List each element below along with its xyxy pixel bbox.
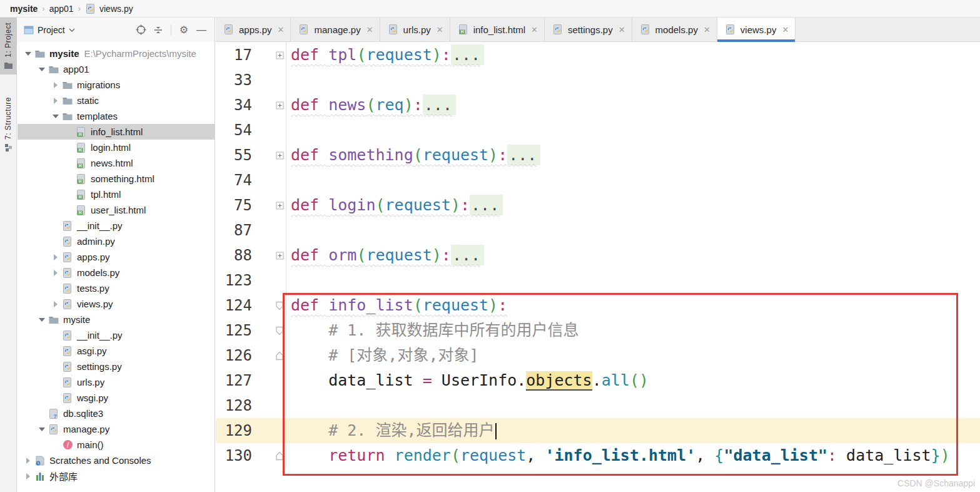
line-number: 128 (216, 397, 252, 414)
tree-item-label: mysite (49, 48, 79, 59)
tool-window-button-project[interactable]: 1: Project (0, 18, 17, 74)
tree-item-news-html[interactable]: Hnews.html (18, 155, 215, 171)
tree-item-templates[interactable]: templates (18, 108, 215, 124)
close-icon[interactable]: ✕ (437, 25, 443, 34)
expanded-arrow-icon[interactable] (36, 317, 48, 322)
close-icon[interactable]: ✕ (278, 25, 285, 34)
fold-marker-plus-icon[interactable] (252, 193, 286, 218)
tree-item-urls-py[interactable]: urls.py (18, 374, 215, 390)
close-icon[interactable]: ✕ (531, 25, 538, 34)
collapsed-arrow-icon[interactable] (50, 82, 61, 88)
fold-marker-plus-icon[interactable] (252, 243, 286, 268)
code-line-87[interactable]: 87 (216, 218, 980, 243)
collapsed-arrow-icon[interactable] (23, 473, 34, 479)
tree-item-tpl-html[interactable]: Htpl.html (18, 187, 215, 202)
tree-item-label: urls.py (77, 377, 104, 387)
chevron-down-icon[interactable] (69, 28, 75, 32)
tree-item-settings-py[interactable]: settings.py (18, 359, 215, 374)
gear-icon[interactable]: ⚙ (177, 23, 191, 37)
tree-item-init-py[interactable]: __init__.py (18, 327, 215, 343)
code-text: def login(request):... (286, 193, 503, 218)
fold-marker-down-icon[interactable] (252, 293, 286, 318)
tree-item-info-list-html[interactable]: Hinfo_list.html (18, 124, 215, 140)
close-icon[interactable]: ✕ (782, 25, 789, 34)
fold-marker-up-icon[interactable] (252, 443, 286, 468)
tool-window-button-structure[interactable]: 7: Structure (0, 92, 17, 156)
tab-label: apps.py (239, 24, 272, 35)
tab-info-list-html[interactable]: Hinfo_list.html✕ (450, 18, 545, 41)
code-line-55[interactable]: 55def something(request):... (216, 143, 980, 168)
collapsed-arrow-icon[interactable] (50, 270, 61, 276)
tree-item-db-sqlite3[interactable]: ?db.sqlite3 (18, 406, 215, 421)
collapsed-arrow-icon[interactable] (50, 301, 61, 307)
code-line-34[interactable]: 34def news(req):... (216, 93, 980, 118)
code-line-74[interactable]: 74 (216, 168, 980, 193)
collapsed-arrow-icon[interactable] (23, 458, 34, 464)
hide-panel-button[interactable]: — (194, 23, 208, 37)
tab-manage-py[interactable]: manage.py✕ (291, 18, 380, 41)
code-line-123[interactable]: 123 (216, 268, 980, 293)
tree-item-外部库[interactable]: 外部库 (18, 468, 215, 484)
code-line-125[interactable]: 125 # 1. 获取数据库中所有的用户信息 (216, 318, 980, 343)
tree-item-manage-py[interactable]: manage.py (18, 421, 215, 437)
close-icon[interactable]: ✕ (704, 25, 710, 34)
code-text: def something(request):... (286, 143, 540, 168)
tree-item-mysite[interactable]: mysiteE:\PycharmProjects\mysite (18, 46, 215, 61)
collapse-all-button[interactable] (151, 23, 165, 37)
code-line-54[interactable]: 54 (216, 118, 980, 143)
tree-item-static[interactable]: static (18, 93, 215, 108)
code-line-17[interactable]: 17def tpl(request):... (216, 43, 980, 68)
tab-models-py[interactable]: models.py✕ (632, 18, 717, 41)
code-line-126[interactable]: 126 # [对象,对象,对象] (216, 343, 980, 368)
code-text: # 2. 渲染,返回给用户 (286, 418, 497, 443)
expanded-arrow-icon[interactable] (50, 114, 61, 119)
code-line-88[interactable]: 88def orm(request):... (216, 243, 980, 268)
code-line-128[interactable]: 128 (216, 393, 980, 418)
tree-item-scratches-and-consoles[interactable]: Scratches and Consoles (18, 453, 215, 468)
tree-item-something-html[interactable]: Hsomething.html (18, 171, 215, 187)
tree-item-label: models.py (77, 267, 119, 278)
expanded-arrow-icon[interactable] (36, 67, 48, 72)
tree-item-migrations[interactable]: migrations (18, 77, 215, 93)
code-line-33[interactable]: 33 (216, 68, 980, 93)
locate-file-button[interactable] (134, 23, 148, 37)
fold-marker-plus-icon[interactable] (252, 93, 286, 118)
breadcrumb-item-views-py[interactable]: views.py (85, 3, 133, 14)
tree-item-login-html[interactable]: Hlogin.html (18, 140, 215, 155)
tree-item-user-list-html[interactable]: Huser_list.html (18, 202, 215, 218)
code-editor[interactable]: 17def tpl(request):...3334def news(req):… (216, 43, 980, 492)
tree-item-app01[interactable]: app01 (18, 61, 215, 77)
tree-item-tests-py[interactable]: tests.py (18, 280, 215, 296)
code-line-75[interactable]: 75def login(request):... (216, 193, 980, 218)
tree-item-init-py[interactable]: __init__.py (18, 218, 215, 233)
close-icon[interactable]: ✕ (619, 25, 625, 34)
tab-views-py[interactable]: views.py✕ (717, 18, 796, 41)
code-line-130[interactable]: 130 return render(request, 'info_list.ht… (216, 443, 980, 468)
fold-marker-down-icon[interactable] (252, 318, 286, 343)
tab-apps-py[interactable]: apps.py✕ (216, 18, 291, 41)
expanded-arrow-icon[interactable] (36, 427, 48, 432)
breadcrumb-item-mysite[interactable]: mysite (10, 4, 38, 14)
tree-item-mysite[interactable]: mysite (18, 312, 215, 327)
tree-item-admin-py[interactable]: admin.py (18, 233, 215, 249)
tree-item-asgi-py[interactable]: asgi.py (18, 343, 215, 359)
fold-marker-plus-icon[interactable] (252, 143, 286, 168)
tree-item-models-py[interactable]: models.py (18, 265, 215, 280)
expanded-arrow-icon[interactable] (23, 51, 34, 56)
fold-marker-plus-icon[interactable] (252, 43, 286, 68)
tree-item-apps-py[interactable]: apps.py (18, 249, 215, 265)
collapsed-arrow-icon[interactable] (50, 254, 61, 260)
code-line-129[interactable]: 129 # 2. 渲染,返回给用户 (216, 418, 980, 443)
tab-urls-py[interactable]: urls.py✕ (380, 18, 450, 41)
tree-item-wsgi-py[interactable]: wsgi.py (18, 390, 215, 406)
code-line-124[interactable]: 124def info_list(request): (216, 293, 980, 318)
tab-settings-py[interactable]: settings.py✕ (545, 18, 632, 41)
code-line-127[interactable]: 127 data_list = UserInfo.objects.all() (216, 368, 980, 393)
collapsed-arrow-icon[interactable] (50, 98, 61, 104)
tree-item-main[interactable]: fmain() (18, 437, 215, 453)
close-icon[interactable]: ✕ (366, 25, 373, 34)
html-icon: H (75, 173, 88, 185)
fold-marker-up-icon[interactable] (252, 343, 286, 368)
tree-item-views-py[interactable]: views.py (18, 296, 215, 312)
breadcrumb-item-app01[interactable]: app01 (49, 4, 74, 14)
